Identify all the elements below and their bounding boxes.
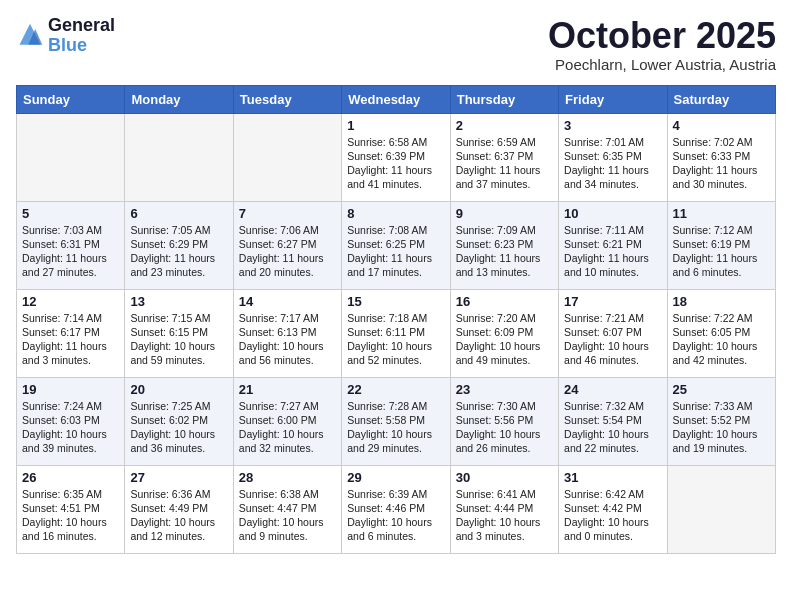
- calendar-week-row: 26Sunrise: 6:35 AM Sunset: 4:51 PM Dayli…: [17, 465, 776, 553]
- logo: General Blue: [16, 16, 115, 56]
- day-number: 10: [564, 206, 661, 221]
- weekday-header: Monday: [125, 85, 233, 113]
- logo-text: General Blue: [48, 16, 115, 56]
- calendar-cell: 31Sunrise: 6:42 AM Sunset: 4:42 PM Dayli…: [559, 465, 667, 553]
- calendar-week-row: 1Sunrise: 6:58 AM Sunset: 6:39 PM Daylig…: [17, 113, 776, 201]
- calendar-cell: 21Sunrise: 7:27 AM Sunset: 6:00 PM Dayli…: [233, 377, 341, 465]
- day-info: Sunrise: 7:02 AM Sunset: 6:33 PM Dayligh…: [673, 135, 770, 192]
- day-number: 5: [22, 206, 119, 221]
- calendar-cell: 3Sunrise: 7:01 AM Sunset: 6:35 PM Daylig…: [559, 113, 667, 201]
- weekday-header: Thursday: [450, 85, 558, 113]
- day-number: 11: [673, 206, 770, 221]
- calendar: SundayMondayTuesdayWednesdayThursdayFrid…: [16, 85, 776, 554]
- day-number: 16: [456, 294, 553, 309]
- calendar-cell: 28Sunrise: 6:38 AM Sunset: 4:47 PM Dayli…: [233, 465, 341, 553]
- weekday-header: Saturday: [667, 85, 775, 113]
- calendar-cell: [17, 113, 125, 201]
- day-number: 14: [239, 294, 336, 309]
- day-number: 12: [22, 294, 119, 309]
- calendar-cell: 13Sunrise: 7:15 AM Sunset: 6:15 PM Dayli…: [125, 289, 233, 377]
- calendar-cell: [233, 113, 341, 201]
- calendar-cell: 18Sunrise: 7:22 AM Sunset: 6:05 PM Dayli…: [667, 289, 775, 377]
- calendar-cell: 11Sunrise: 7:12 AM Sunset: 6:19 PM Dayli…: [667, 201, 775, 289]
- calendar-cell: 22Sunrise: 7:28 AM Sunset: 5:58 PM Dayli…: [342, 377, 450, 465]
- day-number: 17: [564, 294, 661, 309]
- day-info: Sunrise: 6:59 AM Sunset: 6:37 PM Dayligh…: [456, 135, 553, 192]
- calendar-cell: 5Sunrise: 7:03 AM Sunset: 6:31 PM Daylig…: [17, 201, 125, 289]
- day-info: Sunrise: 7:17 AM Sunset: 6:13 PM Dayligh…: [239, 311, 336, 368]
- calendar-cell: 14Sunrise: 7:17 AM Sunset: 6:13 PM Dayli…: [233, 289, 341, 377]
- day-info: Sunrise: 7:06 AM Sunset: 6:27 PM Dayligh…: [239, 223, 336, 280]
- location: Poechlarn, Lower Austria, Austria: [548, 56, 776, 73]
- day-number: 26: [22, 470, 119, 485]
- weekday-header: Wednesday: [342, 85, 450, 113]
- calendar-cell: 9Sunrise: 7:09 AM Sunset: 6:23 PM Daylig…: [450, 201, 558, 289]
- day-number: 2: [456, 118, 553, 133]
- weekday-header: Friday: [559, 85, 667, 113]
- day-info: Sunrise: 7:15 AM Sunset: 6:15 PM Dayligh…: [130, 311, 227, 368]
- day-info: Sunrise: 7:30 AM Sunset: 5:56 PM Dayligh…: [456, 399, 553, 456]
- calendar-cell: 4Sunrise: 7:02 AM Sunset: 6:33 PM Daylig…: [667, 113, 775, 201]
- weekday-header: Tuesday: [233, 85, 341, 113]
- day-info: Sunrise: 7:32 AM Sunset: 5:54 PM Dayligh…: [564, 399, 661, 456]
- day-info: Sunrise: 6:41 AM Sunset: 4:44 PM Dayligh…: [456, 487, 553, 544]
- logo-icon: [16, 22, 44, 50]
- day-info: Sunrise: 7:09 AM Sunset: 6:23 PM Dayligh…: [456, 223, 553, 280]
- calendar-week-row: 5Sunrise: 7:03 AM Sunset: 6:31 PM Daylig…: [17, 201, 776, 289]
- day-info: Sunrise: 6:36 AM Sunset: 4:49 PM Dayligh…: [130, 487, 227, 544]
- month-title: October 2025: [548, 16, 776, 56]
- day-info: Sunrise: 7:18 AM Sunset: 6:11 PM Dayligh…: [347, 311, 444, 368]
- day-info: Sunrise: 7:03 AM Sunset: 6:31 PM Dayligh…: [22, 223, 119, 280]
- day-number: 13: [130, 294, 227, 309]
- title-block: October 2025 Poechlarn, Lower Austria, A…: [548, 16, 776, 73]
- calendar-cell: 6Sunrise: 7:05 AM Sunset: 6:29 PM Daylig…: [125, 201, 233, 289]
- day-number: 3: [564, 118, 661, 133]
- day-number: 27: [130, 470, 227, 485]
- day-number: 15: [347, 294, 444, 309]
- calendar-cell: 7Sunrise: 7:06 AM Sunset: 6:27 PM Daylig…: [233, 201, 341, 289]
- day-info: Sunrise: 7:22 AM Sunset: 6:05 PM Dayligh…: [673, 311, 770, 368]
- calendar-cell: 2Sunrise: 6:59 AM Sunset: 6:37 PM Daylig…: [450, 113, 558, 201]
- calendar-cell: 30Sunrise: 6:41 AM Sunset: 4:44 PM Dayli…: [450, 465, 558, 553]
- day-number: 6: [130, 206, 227, 221]
- calendar-header-row: SundayMondayTuesdayWednesdayThursdayFrid…: [17, 85, 776, 113]
- day-info: Sunrise: 7:08 AM Sunset: 6:25 PM Dayligh…: [347, 223, 444, 280]
- day-number: 30: [456, 470, 553, 485]
- calendar-cell: 24Sunrise: 7:32 AM Sunset: 5:54 PM Dayli…: [559, 377, 667, 465]
- calendar-cell: 1Sunrise: 6:58 AM Sunset: 6:39 PM Daylig…: [342, 113, 450, 201]
- day-number: 21: [239, 382, 336, 397]
- day-info: Sunrise: 7:11 AM Sunset: 6:21 PM Dayligh…: [564, 223, 661, 280]
- calendar-week-row: 19Sunrise: 7:24 AM Sunset: 6:03 PM Dayli…: [17, 377, 776, 465]
- page-header: General Blue October 2025 Poechlarn, Low…: [16, 16, 776, 73]
- calendar-cell: 17Sunrise: 7:21 AM Sunset: 6:07 PM Dayli…: [559, 289, 667, 377]
- day-info: Sunrise: 7:14 AM Sunset: 6:17 PM Dayligh…: [22, 311, 119, 368]
- day-info: Sunrise: 7:21 AM Sunset: 6:07 PM Dayligh…: [564, 311, 661, 368]
- calendar-cell: 26Sunrise: 6:35 AM Sunset: 4:51 PM Dayli…: [17, 465, 125, 553]
- day-number: 20: [130, 382, 227, 397]
- day-info: Sunrise: 6:35 AM Sunset: 4:51 PM Dayligh…: [22, 487, 119, 544]
- calendar-cell: 8Sunrise: 7:08 AM Sunset: 6:25 PM Daylig…: [342, 201, 450, 289]
- day-info: Sunrise: 7:25 AM Sunset: 6:02 PM Dayligh…: [130, 399, 227, 456]
- calendar-week-row: 12Sunrise: 7:14 AM Sunset: 6:17 PM Dayli…: [17, 289, 776, 377]
- day-info: Sunrise: 6:58 AM Sunset: 6:39 PM Dayligh…: [347, 135, 444, 192]
- calendar-cell: 12Sunrise: 7:14 AM Sunset: 6:17 PM Dayli…: [17, 289, 125, 377]
- calendar-cell: 20Sunrise: 7:25 AM Sunset: 6:02 PM Dayli…: [125, 377, 233, 465]
- calendar-cell: 29Sunrise: 6:39 AM Sunset: 4:46 PM Dayli…: [342, 465, 450, 553]
- day-number: 31: [564, 470, 661, 485]
- day-number: 22: [347, 382, 444, 397]
- day-info: Sunrise: 7:05 AM Sunset: 6:29 PM Dayligh…: [130, 223, 227, 280]
- weekday-header: Sunday: [17, 85, 125, 113]
- day-number: 25: [673, 382, 770, 397]
- calendar-body: 1Sunrise: 6:58 AM Sunset: 6:39 PM Daylig…: [17, 113, 776, 553]
- day-info: Sunrise: 6:39 AM Sunset: 4:46 PM Dayligh…: [347, 487, 444, 544]
- calendar-cell: 27Sunrise: 6:36 AM Sunset: 4:49 PM Dayli…: [125, 465, 233, 553]
- day-info: Sunrise: 7:01 AM Sunset: 6:35 PM Dayligh…: [564, 135, 661, 192]
- day-number: 29: [347, 470, 444, 485]
- day-number: 19: [22, 382, 119, 397]
- calendar-cell: [125, 113, 233, 201]
- day-info: Sunrise: 7:12 AM Sunset: 6:19 PM Dayligh…: [673, 223, 770, 280]
- day-number: 4: [673, 118, 770, 133]
- day-info: Sunrise: 6:38 AM Sunset: 4:47 PM Dayligh…: [239, 487, 336, 544]
- day-number: 24: [564, 382, 661, 397]
- calendar-cell: 19Sunrise: 7:24 AM Sunset: 6:03 PM Dayli…: [17, 377, 125, 465]
